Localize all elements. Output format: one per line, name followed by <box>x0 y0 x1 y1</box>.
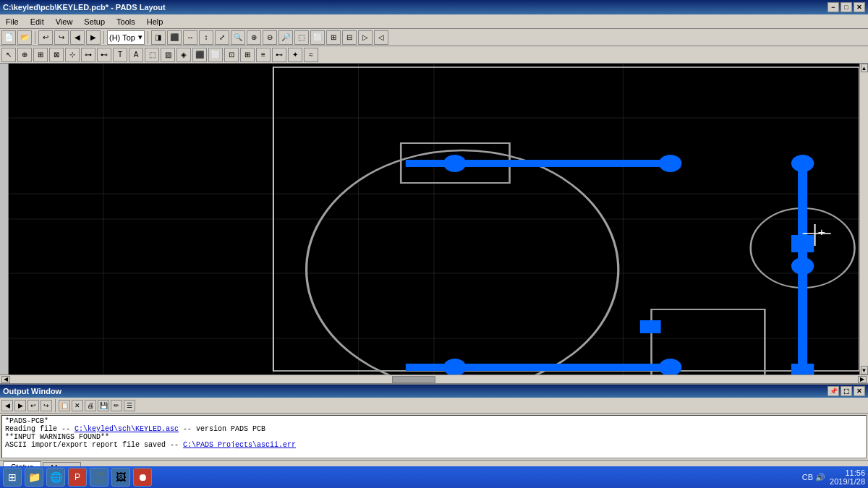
tb-btn-b[interactable]: ⬛ <box>167 30 182 45</box>
out-btn-4[interactable]: ↪ <box>41 400 52 411</box>
title-bar: C:\keyled\pcb\KEYLED.pcb* - PADS Layout … <box>0 0 868 14</box>
title-text: C:\keyled\pcb\KEYLED.pcb* - PADS Layout <box>3 3 166 12</box>
tb-btn-c[interactable]: ↔ <box>183 30 197 45</box>
svg-text:+: + <box>818 226 826 237</box>
open-btn[interactable]: 📂 <box>17 30 32 45</box>
output-line-2: Reading file -- C:\keyled\sch\KEYLED.asc… <box>5 425 863 433</box>
layer-dropdown-arrow: ▾ <box>138 33 142 42</box>
zoom-in-btn[interactable]: 🔎 <box>278 30 293 45</box>
out-save-btn[interactable]: 💾 <box>98 400 109 411</box>
menu-file[interactable]: File <box>3 17 22 27</box>
svg-point-22 <box>791 257 814 275</box>
menu-tools[interactable]: Tools <box>114 17 138 27</box>
tb-btn-f[interactable]: 🔍 <box>231 30 245 45</box>
tb2-btn-a[interactable]: ⊕ <box>17 48 32 62</box>
tb2-btn-q[interactable]: ⊷ <box>272 48 286 62</box>
taskbar-photo-icon[interactable]: 🖼 <box>111 468 130 487</box>
clock: 11:56 2019/1/28 <box>830 468 865 486</box>
out-edit-btn[interactable]: ✏ <box>111 400 122 411</box>
layer-dropdown[interactable]: (H) Top ▾ <box>107 30 145 45</box>
tb2-btn-h[interactable]: A <box>129 48 143 62</box>
title-bar-controls: − □ ✕ <box>827 2 865 12</box>
tb2-btn-b[interactable]: ⊞ <box>33 48 48 62</box>
tb-btn-g[interactable]: ⊕ <box>247 30 261 45</box>
tb-btn-a[interactable]: ◨ <box>151 30 166 45</box>
scrollbar-right-btn[interactable]: ▶ <box>858 376 867 383</box>
out-copy-btn[interactable]: 📋 <box>59 400 70 411</box>
tb2-btn-l[interactable]: ⬛ <box>192 48 207 62</box>
tb-btn-m[interactable]: ▷ <box>358 30 373 45</box>
output-pin-btn[interactable]: 📌 <box>827 386 839 396</box>
tb-btn-k[interactable]: ⊞ <box>326 30 341 45</box>
tb2-btn-s[interactable]: ≈ <box>304 48 318 62</box>
clock-date: 2019/1/28 <box>830 477 865 486</box>
tb2-btn-i[interactable]: ⬚ <box>145 48 159 62</box>
tb-btn-h[interactable]: ⊖ <box>263 30 277 45</box>
tb2-btn-m[interactable]: ⬜ <box>208 48 223 62</box>
select-btn[interactable]: ↖ <box>1 48 16 62</box>
pcb-canvas[interactable]: + <box>9 64 859 374</box>
tb-btn-e[interactable]: ⤢ <box>215 30 229 45</box>
tb-btn-n[interactable]: ◁ <box>374 30 388 45</box>
tb2-btn-d[interactable]: ⊹ <box>65 48 80 62</box>
toolbar2: ↖ ⊕ ⊞ ⊠ ⊹ ⊶ ⊷ T A ⬚ ▨ ◈ ⬛ ⬜ ⊡ ⊞ ≡ ⊷ ✦ ≈ <box>0 46 868 64</box>
undo-btn[interactable]: ↩ <box>38 30 53 45</box>
tb2-btn-k[interactable]: ◈ <box>176 48 191 62</box>
tb2-btn-o[interactable]: ⊞ <box>240 48 255 62</box>
tb2-btn-e[interactable]: ⊶ <box>81 48 95 62</box>
tb-btn-i[interactable]: ⬚ <box>294 30 309 45</box>
menu-setup[interactable]: Setup <box>81 17 108 27</box>
tb2-btn-n[interactable]: ⊡ <box>224 48 239 62</box>
tb2-btn-g[interactable]: T <box>113 48 127 62</box>
start-button[interactable]: ⊞ <box>3 468 22 487</box>
output-line-3: **INPUT WARNINGS FOUND** <box>5 433 863 441</box>
scrollbar-down-btn[interactable]: ▼ <box>861 366 868 374</box>
taskbar-powerpoint-icon[interactable]: P <box>68 468 87 487</box>
taskbar-chrome-icon[interactable]: 🌐 <box>46 468 65 487</box>
layer-dropdown-value: (H) Top <box>109 33 135 42</box>
tb2-btn-r[interactable]: ✦ <box>288 48 302 62</box>
tb2-btn-f[interactable]: ⊷ <box>97 48 111 62</box>
out-print-btn[interactable]: 🖨 <box>85 400 96 411</box>
out-list-btn[interactable]: ☰ <box>124 400 135 411</box>
out-clear-btn[interactable]: ✕ <box>72 400 83 411</box>
tb-btn-d[interactable]: ↕ <box>199 30 213 45</box>
taskbar-right: CB 🔊 11:56 2019/1/28 <box>802 468 865 486</box>
taskbar-explorer-icon[interactable]: 📁 <box>25 468 43 487</box>
out-btn-2[interactable]: ▶ <box>14 400 26 411</box>
tb2-btn-p[interactable]: ≡ <box>256 48 271 62</box>
menu-help[interactable]: Help <box>144 17 166 27</box>
tb-btn-l[interactable]: ⊟ <box>342 30 357 45</box>
new-btn[interactable]: 📄 <box>1 30 16 45</box>
bottom-scrollbar-area: ◀ ▶ <box>0 374 868 383</box>
out-btn-3[interactable]: ↩ <box>27 400 39 411</box>
menu-edit[interactable]: Edit <box>27 17 47 27</box>
tb-btn-j[interactable]: ⬜ <box>310 30 325 45</box>
output-title-bar: Output Window 📌 ⬚ ✕ <box>0 385 868 398</box>
out-btn-1[interactable]: ◀ <box>1 400 13 411</box>
toolbar1: 📄 📂 ↩ ↪ ◀ ▶ (H) Top ▾ ◨ ⬛ ↔ ↕ ⤢ 🔍 ⊕ ⊖ 🔎 … <box>0 29 868 46</box>
menu-view[interactable]: View <box>53 17 76 27</box>
right-scrollbar[interactable]: ▲ ▼ <box>859 64 868 374</box>
output-float-btn[interactable]: ⬚ <box>841 386 852 396</box>
close-button[interactable]: ✕ <box>854 2 865 12</box>
tb2-btn-c[interactable]: ⊠ <box>49 48 64 62</box>
scrollbar-up-btn[interactable]: ▲ <box>861 64 868 72</box>
taskbar-music-icon[interactable]: 🎵 <box>90 468 109 487</box>
tb2-btn-j[interactable]: ▨ <box>161 48 175 62</box>
output-content[interactable]: *PADS-PCB* Reading file -- C:\keyled\sch… <box>1 415 867 458</box>
h-scrollbar-thumb[interactable] <box>392 376 435 383</box>
maximize-button[interactable]: □ <box>841 2 852 12</box>
redo-btn[interactable]: ↪ <box>54 30 69 45</box>
main-area: + ▲ ▼ <box>0 64 868 374</box>
fwd-btn[interactable]: ▶ <box>86 30 101 45</box>
svg-point-26 <box>659 359 681 374</box>
svg-point-17 <box>443 155 466 172</box>
scrollbar-left-btn[interactable]: ◀ <box>1 376 10 383</box>
back-btn[interactable]: ◀ <box>70 30 85 45</box>
minimize-button[interactable]: − <box>827 2 839 12</box>
h-scrollbar-track <box>12 376 856 383</box>
taskbar-record-icon[interactable]: ⏺ <box>133 468 152 487</box>
output-close-btn[interactable]: ✕ <box>854 386 865 396</box>
svg-point-20 <box>791 155 814 172</box>
